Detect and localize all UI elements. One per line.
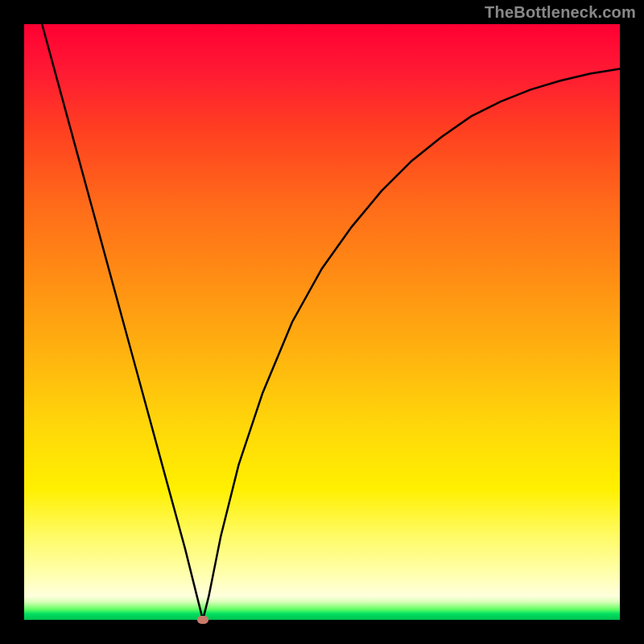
curve-svg: [24, 24, 620, 620]
plot-area: [24, 24, 620, 620]
chart-frame: TheBottleneck.com: [0, 0, 644, 644]
bottleneck-curve: [42, 24, 620, 620]
min-point-marker: [197, 616, 208, 624]
watermark-text: TheBottleneck.com: [485, 3, 636, 22]
